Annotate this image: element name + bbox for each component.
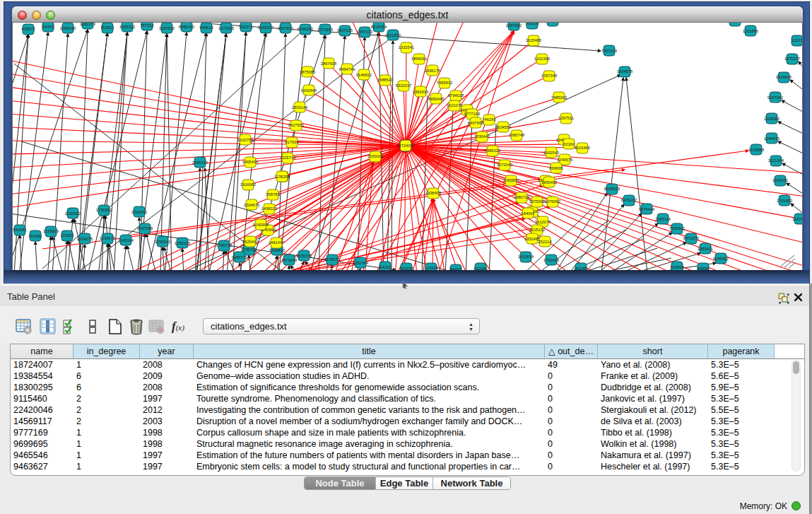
- svg-text:7357224: 7357224: [601, 49, 618, 53]
- svg-text:1621072: 1621072: [447, 103, 463, 107]
- svg-text:9115460: 9115460: [575, 146, 590, 150]
- svg-text:1621064: 1621064: [768, 158, 784, 163]
- svg-text:62160: 62160: [563, 142, 575, 146]
- svg-text:1678275: 1678275: [324, 257, 341, 262]
- svg-text:184067: 184067: [521, 211, 534, 216]
- svg-text:9227342: 9227342: [767, 95, 784, 100]
- svg-text:1209382: 1209382: [764, 117, 780, 121]
- svg-text:1569291: 1569291: [772, 178, 789, 182]
- svg-text:8322037: 8322037: [396, 83, 412, 88]
- svg-text:1413614: 1413614: [518, 255, 534, 259]
- svg-text:9242845: 9242845: [301, 88, 317, 93]
- svg-text:1326713: 1326713: [280, 156, 296, 160]
- svg-text:9485771: 9485771: [232, 255, 248, 259]
- svg-text:6466160: 6466160: [298, 27, 314, 31]
- svg-text:1292344: 1292344: [353, 261, 369, 265]
- svg-text:1097349: 1097349: [541, 74, 558, 78]
- svg-text:3875685: 3875685: [300, 70, 316, 74]
- svg-text:1067133: 1067133: [357, 30, 373, 34]
- svg-text:6794028: 6794028: [448, 93, 464, 98]
- svg-text:1572040: 1572040: [497, 163, 513, 167]
- svg-text:946610: 946610: [199, 25, 213, 30]
- svg-text:2087682: 2087682: [506, 23, 522, 28]
- svg-text:1571648: 1571648: [281, 258, 298, 262]
- svg-text:252214: 252214: [538, 240, 552, 244]
- svg-text:1096175: 1096175: [425, 69, 441, 73]
- svg-text:1145194: 1145194: [118, 238, 134, 243]
- svg-text:746266: 746266: [482, 117, 495, 122]
- svg-text:2020652: 2020652: [131, 210, 148, 214]
- svg-text:1095810: 1095810: [269, 248, 286, 252]
- svg-text:1250513: 1250513: [175, 241, 191, 245]
- svg-text:9397588: 9397588: [137, 226, 153, 230]
- svg-text:1864091: 1864091: [411, 57, 428, 61]
- svg-text:1678275: 1678275: [296, 254, 312, 258]
- svg-text:8938923: 8938923: [604, 187, 620, 191]
- svg-text:9474444: 9474444: [639, 207, 655, 211]
- svg-text:8454749: 8454749: [339, 67, 355, 71]
- svg-text:391581: 391581: [28, 234, 42, 238]
- svg-text:952371: 952371: [239, 25, 252, 29]
- svg-text:2803144: 2803144: [292, 105, 308, 110]
- svg-text:1916682: 1916682: [240, 182, 257, 187]
- svg-text:1362635: 1362635: [413, 90, 429, 94]
- svg-text:1610755: 1610755: [237, 138, 254, 142]
- svg-text:881305: 881305: [546, 23, 559, 23]
- svg-text:1332541: 1332541: [399, 45, 415, 49]
- svg-text:1527602: 1527602: [278, 26, 294, 30]
- svg-text:1527602: 1527602: [159, 26, 175, 30]
- svg-text:2935114: 2935114: [655, 217, 671, 221]
- svg-text:1733426: 1733426: [543, 258, 560, 262]
- svg-text:3624554: 3624554: [495, 125, 512, 129]
- svg-text:358783: 358783: [266, 192, 279, 197]
- svg-text:917006: 917006: [285, 140, 298, 144]
- svg-text:3215958: 3215958: [748, 148, 765, 152]
- svg-text:924565: 924565: [670, 265, 683, 269]
- svg-text:1250513: 1250513: [155, 240, 171, 244]
- svg-text:1938455: 1938455: [425, 191, 442, 195]
- svg-text:2867608: 2867608: [321, 62, 337, 66]
- svg-text:1234275: 1234275: [77, 237, 93, 241]
- svg-text:123433: 123433: [424, 266, 437, 270]
- svg-text:9329946: 9329946: [776, 75, 792, 79]
- svg-text:1530029: 1530029: [367, 154, 384, 158]
- svg-text:1965493: 1965493: [242, 160, 259, 164]
- svg-text:9245652: 9245652: [713, 257, 729, 261]
- svg-text:1221866: 1221866: [743, 29, 759, 33]
- svg-text:1071915: 1071915: [317, 28, 334, 32]
- svg-text:7625402: 7625402: [242, 240, 259, 244]
- svg-text:6497568: 6497568: [468, 121, 484, 125]
- svg-text:1795725: 1795725: [241, 247, 257, 252]
- svg-text:8471676: 8471676: [683, 236, 700, 240]
- svg-text:8466160: 8466160: [179, 25, 195, 29]
- svg-text:1575107: 1575107: [784, 57, 801, 61]
- svg-text:1182273: 1182273: [80, 23, 95, 26]
- svg-text:643233: 643233: [399, 267, 413, 270]
- svg-text:1615480: 1615480: [526, 38, 542, 42]
- svg-text:8427552: 8427552: [288, 123, 305, 127]
- svg-text:1244415: 1244415: [764, 136, 780, 141]
- svg-text:2085334: 2085334: [192, 160, 208, 165]
- svg-text:1504675: 1504675: [244, 203, 260, 207]
- svg-text:1065860: 1065860: [503, 178, 519, 182]
- svg-text:881305: 881305: [728, 23, 741, 23]
- svg-text:7632621: 7632621: [669, 226, 686, 230]
- svg-text:1612074: 1612074: [535, 220, 551, 224]
- svg-text:2020652: 2020652: [65, 211, 81, 216]
- svg-text:899695: 899695: [549, 166, 563, 170]
- svg-text:1975692: 1975692: [529, 199, 546, 204]
- svg-text:96433: 96433: [450, 267, 461, 270]
- svg-text:1156829: 1156829: [43, 229, 59, 233]
- svg-text:18724007: 18724007: [396, 144, 415, 148]
- svg-text:115682: 115682: [61, 233, 74, 238]
- svg-text:1249575: 1249575: [557, 158, 573, 162]
- svg-text:1498222: 1498222: [261, 206, 278, 211]
- svg-text:1075692: 1075692: [545, 199, 561, 204]
- svg-text:9777169: 9777169: [464, 112, 481, 116]
- svg-text:7986322: 7986322: [485, 148, 501, 153]
- svg-text:1880724: 1880724: [514, 195, 530, 199]
- svg-text:93433: 93433: [42, 25, 54, 29]
- svg-text:7485063: 7485063: [551, 95, 567, 100]
- svg-text:1071915: 1071915: [218, 26, 235, 30]
- svg-text:1667135: 1667135: [337, 28, 353, 33]
